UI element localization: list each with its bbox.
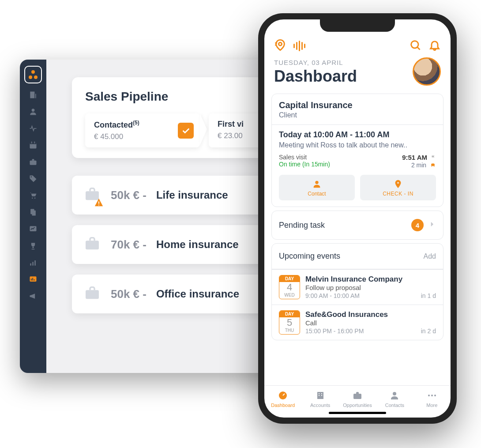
tab-contacts[interactable]: Contacts: [376, 390, 413, 408]
app-logo[interactable]: [24, 66, 42, 83]
event-subtitle: Follow up proposal: [305, 284, 436, 291]
briefcase-icon: [83, 235, 101, 254]
svg-rect-35: [353, 394, 361, 399]
bar-chart-icon[interactable]: [28, 257, 38, 268]
svg-point-38: [431, 395, 433, 396]
distance: 2 min: [411, 162, 426, 169]
briefcase-icon[interactable]: [28, 157, 38, 167]
briefcase-icon: [83, 284, 101, 304]
warning-icon: [94, 198, 104, 207]
svg-rect-23: [86, 241, 99, 249]
meeting-company: Capital Insurance: [279, 100, 436, 110]
phone-screen: TUESDAY, 03 APRIL Dashboard Capital Insu…: [264, 19, 451, 418]
visit-type-label: Sales visit: [279, 154, 330, 161]
svg-point-7: [32, 198, 33, 199]
svg-rect-12: [30, 264, 31, 266]
header-date: TUESDAY, 03 APRIL: [274, 59, 413, 66]
meeting-description: Meeting whit Ross to talk about the new.…: [279, 141, 436, 149]
calendar-icon[interactable]: [28, 140, 38, 151]
svg-rect-13: [32, 262, 34, 265]
svg-rect-17: [32, 278, 33, 281]
upcoming-events-card: Upcoming events Add DAY 4 WED Melvin Ins…: [271, 243, 443, 340]
deal-name: Home insurance: [156, 238, 239, 251]
deal-name: Life insurance: [156, 189, 228, 201]
chevron-right-icon: [428, 220, 436, 230]
svg-point-27: [315, 181, 318, 184]
checkin-button[interactable]: CHECK - IN: [360, 175, 436, 200]
svg-rect-18: [34, 279, 35, 281]
contact-button[interactable]: Contact: [279, 175, 355, 200]
svg-rect-24: [86, 290, 99, 299]
svg-rect-14: [34, 260, 36, 266]
sound-wave-icon[interactable]: [293, 41, 305, 51]
event-item[interactable]: DAY 4 WED Melvin Insurance Company Follo…: [272, 269, 443, 305]
svg-point-37: [428, 395, 430, 396]
arrival-time: 9:51 AM: [402, 154, 427, 161]
svg-rect-21: [98, 201, 99, 204]
user-icon[interactable]: [28, 106, 38, 117]
tag-icon[interactable]: [28, 173, 38, 184]
activity-icon[interactable]: [28, 123, 38, 134]
trophy-icon[interactable]: [28, 241, 38, 251]
files-icon[interactable]: [28, 207, 38, 218]
pipeline-title: Sales Pipeline: [85, 90, 270, 104]
svg-rect-31: [319, 393, 319, 394]
svg-point-0: [32, 109, 35, 112]
svg-rect-5: [30, 161, 37, 165]
analytics-icon[interactable]: [28, 274, 38, 285]
page-title: Dashboard: [274, 67, 413, 86]
svg-rect-32: [321, 393, 322, 394]
pipeline-stage-contacted[interactable]: Contacted(5) € 45.000: [85, 113, 200, 147]
svg-point-6: [31, 177, 32, 178]
event-title: Melvin Insurance Company: [305, 275, 436, 284]
tab-accounts[interactable]: Accounts: [301, 390, 338, 408]
bell-icon[interactable]: [428, 39, 441, 53]
megaphone-icon[interactable]: [28, 291, 38, 301]
deal-amount: 50k € -: [111, 287, 147, 301]
event-subtitle: Call: [305, 319, 436, 327]
meeting-card[interactable]: Capital Insurance Client Today at 10:00 …: [271, 94, 443, 207]
add-button[interactable]: Add: [424, 252, 436, 260]
svg-rect-22: [98, 205, 99, 206]
chart-line-icon[interactable]: [28, 224, 38, 234]
car-icon: [430, 162, 436, 169]
tab-opportunities[interactable]: Opportunities: [339, 390, 376, 408]
upcoming-label: Upcoming events: [279, 252, 419, 261]
svg-point-26: [411, 41, 418, 48]
check-icon: [178, 123, 194, 139]
phone-frame: TUESDAY, 03 APRIL Dashboard Capital Insu…: [258, 13, 457, 424]
on-time-status: On time (In 15min): [279, 161, 330, 168]
svg-point-28: [397, 182, 399, 184]
date-block: DAY 4 WED: [279, 275, 300, 299]
phone-notch: [320, 19, 395, 32]
pending-count-badge: 4: [411, 219, 424, 231]
svg-point-25: [279, 42, 282, 45]
event-item[interactable]: DAY 5 THU Safe&Good Insurances Call 15:0…: [272, 305, 443, 340]
date-block: DAY 5 THU: [279, 310, 300, 335]
event-eta: in 1 d: [421, 292, 436, 299]
pending-task-row[interactable]: Pending task 4: [271, 211, 443, 240]
meeting-relation: Client: [279, 111, 436, 119]
briefcase-icon: [83, 185, 101, 205]
deal-amount: 70k € -: [111, 238, 147, 252]
search-icon[interactable]: [409, 39, 421, 53]
location-icon[interactable]: [274, 39, 286, 53]
svg-rect-16: [31, 279, 32, 280]
tab-dashboard[interactable]: Dashboard: [264, 390, 301, 408]
deal-name: Office insurance: [156, 288, 239, 300]
svg-rect-34: [321, 395, 322, 396]
building-icon[interactable]: [28, 90, 38, 100]
svg-rect-30: [317, 392, 323, 399]
flag-icon: [431, 154, 436, 162]
avatar[interactable]: [413, 57, 441, 86]
cart-icon[interactable]: [28, 190, 38, 201]
home-indicator[interactable]: [329, 412, 386, 414]
svg-point-8: [34, 198, 36, 199]
deal-amount: 50k € -: [111, 188, 147, 202]
svg-point-39: [434, 395, 436, 396]
event-title: Safe&Good Insurances: [305, 310, 436, 319]
sidebar: [20, 60, 46, 373]
pending-label: Pending task: [279, 221, 407, 230]
tab-more[interactable]: More: [413, 390, 451, 408]
svg-rect-10: [32, 211, 36, 216]
